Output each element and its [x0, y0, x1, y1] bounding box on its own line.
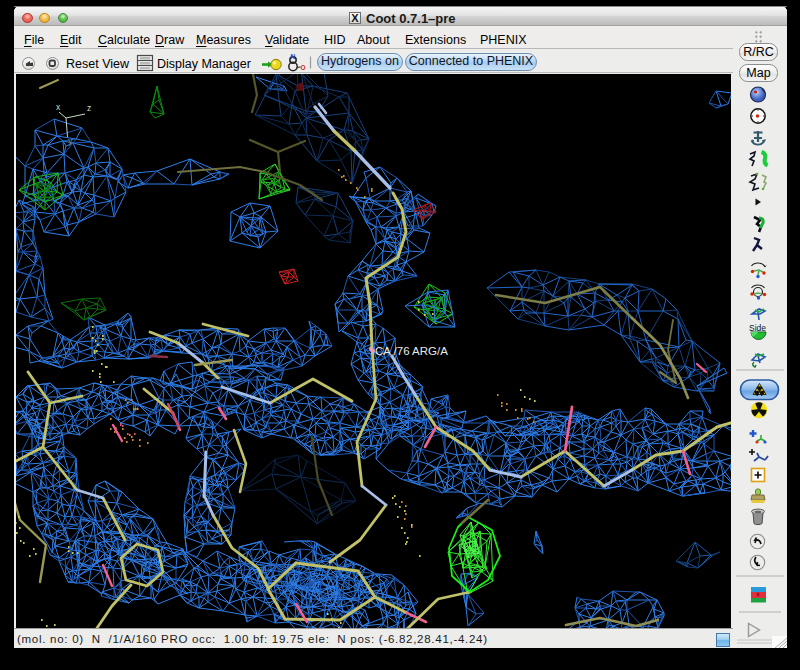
- svg-text:x: x: [56, 102, 61, 112]
- svg-text:O: O: [301, 64, 306, 71]
- svg-text:N: N: [291, 54, 296, 60]
- svg-text:CA /76 ARG/A: CA /76 ARG/A: [375, 345, 448, 357]
- svg-text:z: z: [87, 103, 91, 113]
